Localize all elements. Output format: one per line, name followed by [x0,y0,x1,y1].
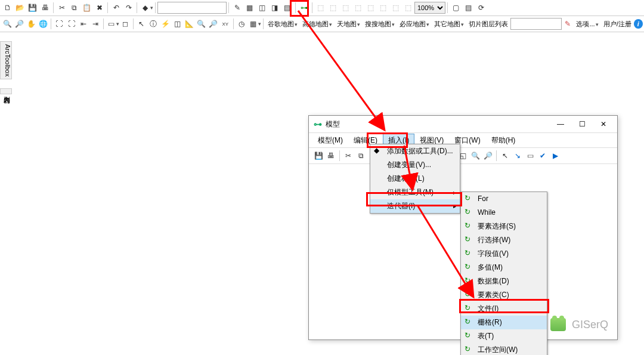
goto-xy-icon[interactable]: XY [219,18,231,30]
redo-icon[interactable]: ↷ [122,2,135,14]
d-cut-icon[interactable]: ✂ [342,150,354,162]
g7-icon[interactable]: ⬚ [389,2,402,14]
pan-icon[interactable]: ✋ [25,18,37,30]
content-list-tab[interactable]: 内容列表 [0,88,12,94]
find-route-icon[interactable]: 🔎 [208,18,219,30]
iter-table[interactable]: ↻表(T) [461,329,547,343]
toolbox-window-icon[interactable]: ▦ [243,2,256,14]
iter-dataset[interactable]: ↻数据集(D) [461,274,547,288]
paste-icon[interactable]: 📋 [80,2,93,14]
layer-input[interactable] [510,18,562,30]
d-run-icon[interactable]: ▶ [549,150,561,162]
g6-icon[interactable]: ⬚ [377,2,389,14]
cut-icon[interactable]: ✂ [55,2,68,14]
highlight-box [459,299,549,313]
iter-row-selection[interactable]: ↻行选择(W) [461,233,547,247]
highlight-box [366,192,462,206]
catalog-icon[interactable]: ◫ [256,2,268,14]
hyperlink-icon[interactable]: ⚡ [159,18,171,30]
options-link[interactable]: 选项... ▾ [574,20,600,29]
copy-icon[interactable]: ⧉ [68,2,80,14]
clear-selection-icon[interactable]: ◻ [119,18,131,30]
undo-icon[interactable]: ↶ [110,2,122,14]
map-google[interactable]: 谷歌地图 ▾ [265,20,300,29]
watermark: GISerQ [550,318,608,331]
data-view-icon[interactable]: ▢ [450,2,462,14]
open-icon[interactable]: 📂 [14,2,26,14]
tile-layer-list[interactable]: 切片图层列表 [466,20,510,29]
map-tianditu[interactable]: 天地图 ▾ [335,20,363,29]
iter-multivalue[interactable]: ↻多值(M) [461,261,547,274]
html-popup-icon[interactable]: ◫ [171,18,183,30]
fixed-zoom-in-icon[interactable]: ⛶ [53,18,65,30]
close-button[interactable]: ✕ [595,117,612,131]
full-extent-icon[interactable]: 🌐 [37,18,49,30]
prev-extent-icon[interactable]: ⇤ [78,18,89,30]
d-pointer-icon[interactable]: ↖ [499,150,511,162]
editor-toolbar-icon[interactable]: ✎ [231,2,243,14]
zoom-select[interactable]: 100% [414,2,445,14]
scale-input[interactable] [157,2,227,14]
layout-view-icon[interactable]: ▤ [462,2,475,14]
time-slider-icon[interactable]: ◷ [236,18,247,30]
zoom-in-icon[interactable]: 🔍 [1,18,13,30]
menu-create-label[interactable]: 创建标注(L) [370,172,460,186]
highlight-box [367,132,408,148]
print-icon[interactable]: 🖶 [39,2,51,14]
add-data-icon[interactable]: ◆ [139,2,151,14]
save-icon[interactable]: 💾 [26,2,39,14]
g1-icon[interactable]: ⬚ [314,2,327,14]
new-icon[interactable]: 🗋 [1,2,14,14]
g4-icon[interactable]: ⬚ [352,2,364,14]
measure-icon[interactable]: 📐 [183,18,195,30]
d-zoom-out-icon[interactable]: 🔎 [482,150,494,162]
iter-for[interactable]: ↻For [461,192,547,206]
d-zoom-in-icon[interactable]: 🔍 [469,150,481,162]
pointer-icon[interactable]: ↖ [135,18,147,30]
d-copy-icon[interactable]: ⧉ [355,150,367,162]
map-other[interactable]: 其它地图 ▾ [432,20,466,29]
identify-icon[interactable]: ⓘ [147,18,159,30]
menu-help[interactable]: 帮助(H) [486,134,521,147]
delete-icon[interactable]: ✖ [93,2,106,14]
map-gaode[interactable]: 高德地图 ▾ [300,20,335,29]
iter-feature-selection[interactable]: ↻要素选择(S) [461,220,547,233]
main-toolbar-2: 🔍 🔎 ✋ 🌐 ⛶ ⛶ ⇤ ⇥ ▭▾ ◻ ↖ ⓘ ⚡ ◫ 📐 🔍 🔎 XY ◷ … [0,16,644,32]
zoom-out-icon[interactable]: 🔎 [13,18,25,30]
d-validate-icon[interactable]: ✔ [537,150,549,162]
map-bing[interactable]: 必应地图 ▾ [397,20,432,29]
minimize-button[interactable]: — [552,117,569,131]
iter-raster[interactable]: ↻栅格(R) [461,316,547,329]
g2-icon[interactable]: ⬚ [327,2,339,14]
search-window-icon[interactable]: ◨ [268,2,281,14]
refresh-view-icon[interactable]: ⟳ [475,2,487,14]
d-connect-icon[interactable]: ↘ [512,150,524,162]
g5-icon[interactable]: ⬚ [364,2,377,14]
dialog-toolbar: 💾 🖶 ✂ ⧉ 📋 ✖ ↶ ↷ ◆ ▦ ◱ 🔍 🔎 ↖ ↘ ▭ ✔ ▶ [309,148,617,164]
user-register-link[interactable]: 用户/注册 [601,20,634,29]
iter-workspace[interactable]: ↻工作空间(W) [461,343,547,355]
map-soso[interactable]: 搜搜地图 ▾ [363,20,397,29]
dialog-titlebar: ⊶ 模型 — ☐ ✕ [309,116,617,133]
iter-field-value[interactable]: ↻字段值(V) [461,247,547,261]
iter-while[interactable]: ↻While [461,206,547,220]
layer-tool-icon[interactable]: ✎ [562,18,574,30]
main-toolbar-1: 🗋 📂 💾 🖶 ✂ ⧉ 📋 ✖ ↶ ↷ ◆▾ ✎ ▦ ◫ ◨ ▤ ⊶ ⬚ ⬚ ⬚… [0,0,644,16]
d-print-icon[interactable]: 🖶 [325,150,337,162]
d-select-icon[interactable]: ▭ [524,150,536,162]
menu-create-var[interactable]: 创建变量(V)... [370,158,460,172]
menu-model[interactable]: 模型(M) [312,134,348,147]
maximize-button[interactable]: ☐ [573,117,591,131]
arctoolbox-tab[interactable]: ArcToolbox [0,41,12,79]
find-icon[interactable]: 🔍 [196,18,208,30]
dialog-title: 模型 [326,119,340,129]
d-save-icon[interactable]: 💾 [312,150,324,162]
create-viewer-icon[interactable]: ▦ [247,18,259,30]
g8-icon[interactable]: ⬚ [402,2,414,14]
next-extent-icon[interactable]: ⇥ [89,18,101,30]
fixed-zoom-out-icon[interactable]: ⛶ [66,18,78,30]
info-icon[interactable]: i [634,19,643,29]
g3-icon[interactable]: ⬚ [339,2,352,14]
highlight-box [290,0,309,17]
select-features-icon[interactable]: ▭ [106,18,117,30]
